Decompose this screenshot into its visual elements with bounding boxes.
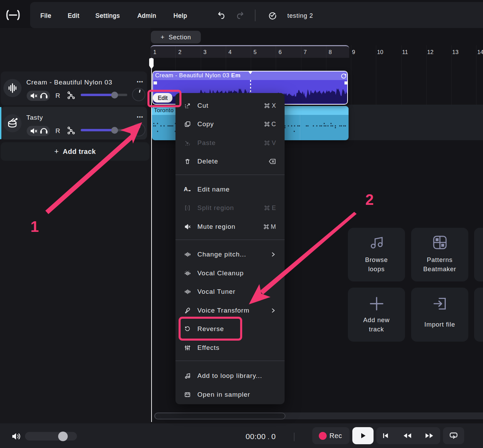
svg-text:1: 1 xyxy=(30,218,39,235)
svg-text:2: 2 xyxy=(365,191,374,208)
